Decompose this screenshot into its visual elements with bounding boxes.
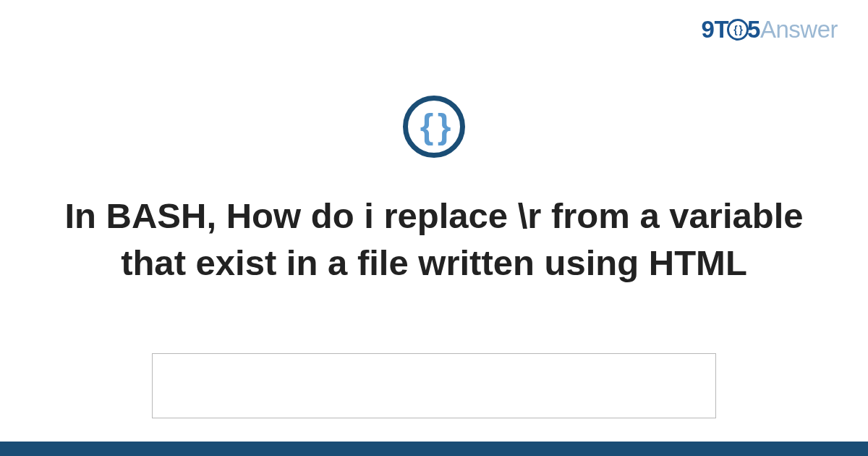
- logo-text-answer: Answer: [760, 16, 838, 43]
- question-title: In BASH, How do i replace \r from a vari…: [0, 193, 868, 286]
- footer-bar: [0, 442, 868, 456]
- braces-glyph: { }: [420, 109, 448, 144]
- content-box: [152, 353, 716, 418]
- logo-circle-icon: { }: [727, 19, 749, 41]
- logo-text-5: 5: [747, 16, 760, 43]
- code-braces-icon: { }: [403, 96, 465, 158]
- topic-icon-container: { }: [403, 96, 465, 158]
- site-logo: 9T{ }5Answer: [702, 16, 838, 43]
- logo-text-9t: 9T: [702, 16, 729, 43]
